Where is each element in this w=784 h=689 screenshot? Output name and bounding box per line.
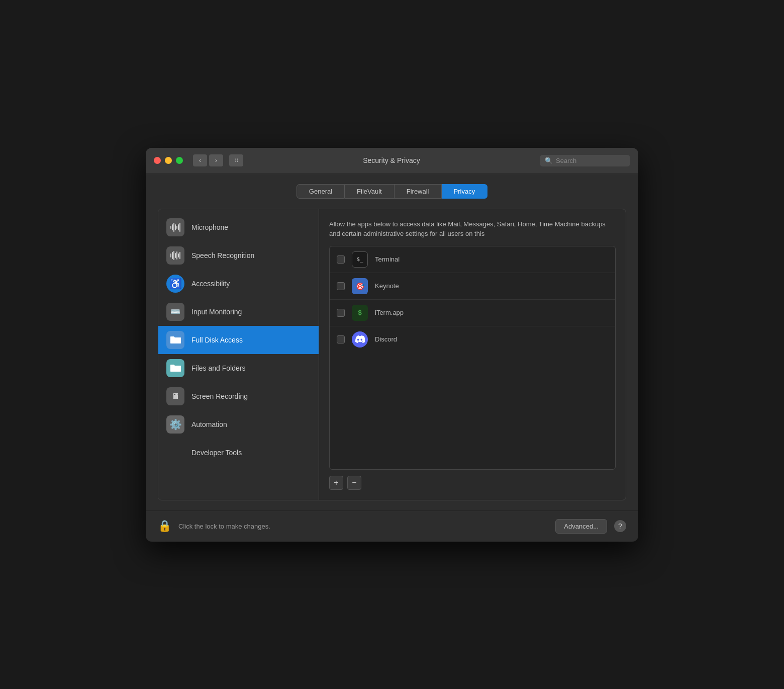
apps-list: $_ Terminal 🎯 Keynote — [329, 246, 616, 470]
forward-button[interactable]: › — [209, 154, 223, 166]
gear-icon: ⚙️ — [166, 415, 184, 434]
iterm-icon: $ — [352, 305, 368, 321]
tab-firewall[interactable]: Firewall — [395, 184, 442, 199]
monitor-icon: 🖥 — [166, 387, 184, 405]
terminal-checkbox[interactable] — [337, 255, 345, 264]
window-title: Security & Privacy — [249, 156, 534, 164]
advanced-button[interactable]: Advanced... — [555, 519, 607, 534]
back-button[interactable]: ‹ — [193, 154, 207, 166]
close-button[interactable] — [154, 157, 161, 164]
sidebar-item-speech-recognition[interactable]: Speech Recognition — [158, 241, 319, 270]
tab-privacy[interactable]: Privacy — [442, 184, 488, 199]
sidebar-item-screen-recording[interactable]: 🖥 Screen Recording — [158, 382, 319, 410]
help-button[interactable]: ? — [614, 520, 626, 532]
discord-checkbox[interactable] — [337, 335, 345, 343]
developer-tools-icon — [166, 444, 184, 462]
titlebar: ‹ › ⠿ Security & Privacy 🔍 — [146, 148, 638, 174]
sidebar-label-full-disk: Full Disk Access — [191, 336, 243, 344]
description-text: Allow the apps below to access data like… — [329, 219, 616, 239]
add-app-button[interactable]: + — [329, 476, 343, 490]
folder-teal-icon — [166, 359, 184, 377]
accessibility-icon: ♿ — [166, 275, 184, 293]
tab-general[interactable]: General — [297, 184, 345, 199]
microphone-icon — [166, 218, 184, 236]
sidebar-label-microphone: Microphone — [191, 223, 228, 231]
search-input[interactable] — [556, 157, 625, 164]
app-row-discord[interactable]: Discord — [330, 326, 615, 353]
sidebar-item-accessibility[interactable]: ♿ Accessibility — [158, 270, 319, 298]
speech-recognition-icon — [166, 246, 184, 265]
content-area: General FileVault Firewall Privacy Micro… — [146, 174, 638, 510]
iterm-name: iTerm.app — [375, 309, 404, 316]
main-panel: Microphone Speech Recognition ♿ Accessib… — [158, 209, 626, 500]
sidebar-label-accessibility: Accessibility — [191, 280, 230, 288]
sidebar-item-full-disk-access[interactable]: Full Disk Access — [158, 326, 319, 354]
right-panel: Allow the apps below to access data like… — [319, 209, 626, 500]
iterm-checkbox[interactable] — [337, 309, 345, 317]
main-window: ‹ › ⠿ Security & Privacy 🔍 General FileV… — [146, 148, 638, 542]
bottom-buttons: + − — [329, 476, 616, 490]
sidebar-label-screen: Screen Recording — [191, 392, 248, 400]
lock-icon[interactable]: 🔒 — [158, 520, 171, 533]
sidebar-label-files: Files and Folders — [191, 364, 245, 372]
keynote-checkbox[interactable] — [337, 282, 345, 290]
keynote-name: Keynote — [375, 282, 399, 290]
sidebar-label-speech: Speech Recognition — [191, 251, 254, 260]
terminal-name: Terminal — [375, 255, 400, 263]
grid-button[interactable]: ⠿ — [229, 154, 243, 166]
search-bar[interactable]: 🔍 — [540, 155, 630, 166]
sidebar-label-automation: Automation — [191, 420, 227, 428]
sidebar-item-input-monitoring[interactable]: ⌨️ Input Monitoring — [158, 298, 319, 326]
sidebar-item-files-folders[interactable]: Files and Folders — [158, 354, 319, 382]
sidebar-item-microphone[interactable]: Microphone — [158, 213, 319, 241]
nav-buttons: ‹ › — [193, 154, 223, 166]
footer: 🔒 Click the lock to make changes. Advanc… — [146, 510, 638, 542]
discord-icon — [352, 331, 368, 348]
app-row-terminal[interactable]: $_ Terminal — [330, 246, 615, 273]
sidebar-label-developer: Developer Tools — [191, 449, 242, 457]
tabs: General FileVault Firewall Privacy — [158, 184, 626, 199]
sidebar-item-developer-tools[interactable]: Developer Tools — [158, 439, 319, 467]
keynote-icon: 🎯 — [352, 278, 368, 294]
app-row-iterm[interactable]: $ iTerm.app — [330, 300, 615, 326]
terminal-icon: $_ — [352, 251, 368, 268]
app-row-keynote[interactable]: 🎯 Keynote — [330, 273, 615, 300]
folder-blue-icon — [166, 331, 184, 349]
search-icon: 🔍 — [545, 157, 553, 164]
sidebar: Microphone Speech Recognition ♿ Accessib… — [158, 209, 319, 500]
keyboard-icon: ⌨️ — [166, 303, 184, 321]
sidebar-item-automation[interactable]: ⚙️ Automation — [158, 410, 319, 439]
traffic-lights — [154, 157, 183, 164]
discord-name: Discord — [375, 335, 397, 343]
minimize-button[interactable] — [165, 157, 172, 164]
lock-text: Click the lock to make changes. — [178, 523, 548, 530]
tab-filevault[interactable]: FileVault — [345, 184, 395, 199]
sidebar-label-input: Input Monitoring — [191, 308, 242, 316]
remove-app-button[interactable]: − — [347, 476, 361, 490]
maximize-button[interactable] — [176, 157, 183, 164]
